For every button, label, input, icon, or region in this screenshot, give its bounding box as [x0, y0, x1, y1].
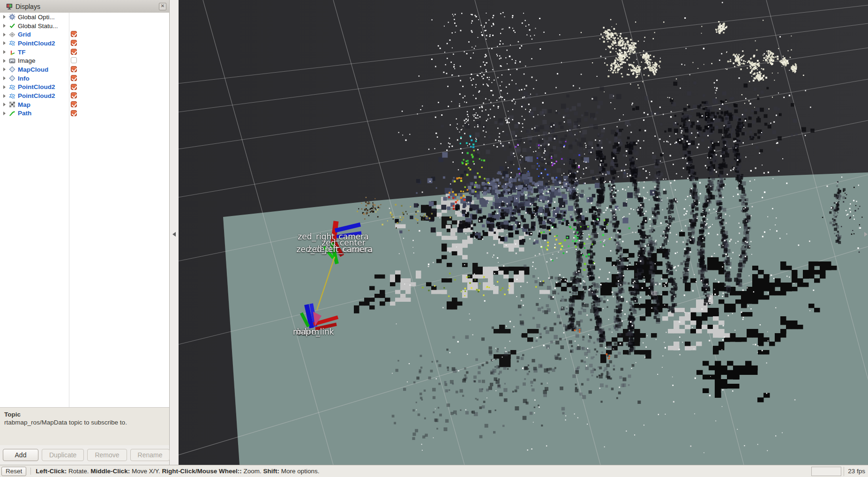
path-icon	[8, 110, 15, 117]
panel-title: Displays	[15, 3, 159, 10]
display-name: Info	[18, 75, 30, 82]
map-icon	[8, 101, 15, 108]
help-description: rtabmap_ros/MapData topic to subscribe t…	[4, 419, 165, 426]
display-name: MapCloud	[18, 66, 48, 73]
display-name: PointCloud2	[18, 40, 55, 47]
enabled-checkbox[interactable]	[71, 92, 77, 98]
display-row-map[interactable]: Map	[0, 100, 169, 109]
add-button[interactable]: Add	[3, 449, 38, 461]
display-row-global-statu-[interactable]: Global Statu...	[0, 22, 169, 30]
expander-icon[interactable]	[3, 15, 6, 19]
display-name: Image	[18, 57, 36, 64]
rename-button[interactable]: Rename	[130, 449, 170, 461]
duplicate-button[interactable]: Duplicate	[42, 449, 84, 461]
display-row-info[interactable]: Info	[0, 74, 169, 83]
help-title: Topic	[4, 411, 165, 418]
display-row-pointcloud2[interactable]: PointCloud2	[0, 91, 169, 100]
display-name: TF	[18, 49, 26, 56]
gear-icon	[8, 14, 15, 21]
enabled-checkbox[interactable]	[71, 40, 77, 46]
collapse-left-icon[interactable]	[172, 232, 176, 237]
display-name: Grid	[18, 31, 31, 38]
fps-counter: 23 fps	[844, 467, 867, 476]
grid-icon	[8, 31, 15, 38]
reset-button[interactable]: Reset	[1, 467, 26, 476]
expander-icon[interactable]	[3, 59, 6, 63]
displays-panel: Displays ✕ Global Opti...Global Statu...…	[0, 0, 170, 465]
display-name: PointCloud2	[18, 83, 55, 90]
display-row-global-opti-[interactable]: Global Opti...	[0, 13, 169, 22]
expander-icon[interactable]	[3, 112, 6, 115]
pointcloud-icon	[8, 40, 15, 47]
rviz-displays-icon	[6, 3, 13, 10]
pointcloud-icon	[8, 83, 15, 90]
enabled-checkbox[interactable]	[71, 57, 77, 63]
pointcloud-icon	[8, 92, 15, 99]
tf-icon	[8, 49, 15, 56]
expander-icon[interactable]	[3, 33, 6, 37]
status-bar: Reset Left-Click: Rotate. Middle-Click: …	[0, 465, 868, 477]
display-name: Global Opti...	[18, 14, 55, 21]
close-panel-icon[interactable]: ✕	[159, 3, 166, 10]
enabled-checkbox[interactable]	[71, 110, 77, 116]
status-cells: 23 fps	[811, 467, 867, 476]
display-row-grid[interactable]: Grid	[0, 30, 169, 39]
expander-icon[interactable]	[3, 41, 6, 45]
status-empty-cell	[811, 467, 841, 476]
diamond-icon	[8, 75, 15, 82]
enabled-checkbox[interactable]	[71, 101, 77, 107]
enabled-checkbox[interactable]	[71, 84, 77, 90]
expander-icon[interactable]	[3, 85, 6, 89]
enabled-checkbox[interactable]	[71, 49, 77, 55]
diamond-icon	[8, 66, 15, 73]
display-name: PointCloud2	[18, 92, 55, 99]
display-name: Path	[18, 110, 31, 117]
displays-panel-titlebar[interactable]: Displays ✕	[0, 0, 169, 13]
enabled-checkbox[interactable]	[71, 31, 77, 37]
collapse-right-icon[interactable]	[864, 232, 868, 237]
panel-buttons: AddDuplicateRemoveRename	[3, 449, 170, 461]
expander-icon[interactable]	[3, 76, 6, 80]
expander-icon[interactable]	[3, 50, 6, 54]
display-row-path[interactable]: Path	[0, 109, 169, 118]
scene-canvas[interactable]	[179, 0, 868, 465]
display-name: Global Statu...	[18, 22, 58, 30]
panel-splitter[interactable]	[170, 0, 179, 465]
check-icon	[8, 22, 15, 30]
expander-icon[interactable]	[3, 94, 6, 98]
display-row-pointcloud2[interactable]: PointCloud2	[0, 83, 169, 92]
expander-icon[interactable]	[3, 24, 6, 28]
display-row-image[interactable]: Image	[0, 56, 169, 65]
display-row-pointcloud2[interactable]: PointCloud2	[0, 39, 169, 48]
status-help-text: Left-Click: Rotate. Middle-Click: Move X…	[30, 468, 811, 475]
remove-button[interactable]: Remove	[87, 449, 127, 461]
enabled-checkbox[interactable]	[71, 66, 77, 72]
tf-frame-label: zed_left_camera	[308, 245, 373, 254]
property-help-box: Topic rtabmap_ros/MapData topic to subsc…	[0, 407, 169, 445]
display-row-mapcloud[interactable]: MapCloud	[0, 65, 169, 74]
3d-viewport[interactable]: zed_right_camerazed_centerzed_depth_came…	[179, 0, 868, 465]
display-name: Map	[18, 101, 30, 108]
expander-icon[interactable]	[3, 67, 6, 71]
display-row-tf[interactable]: TF	[0, 48, 169, 57]
enabled-checkbox[interactable]	[71, 75, 77, 81]
expander-icon[interactable]	[3, 103, 6, 106]
tf-frame-label: map	[293, 327, 311, 336]
image-icon	[8, 57, 15, 64]
displays-tree: Global Opti...Global Statu...GridPointCl…	[0, 13, 169, 407]
